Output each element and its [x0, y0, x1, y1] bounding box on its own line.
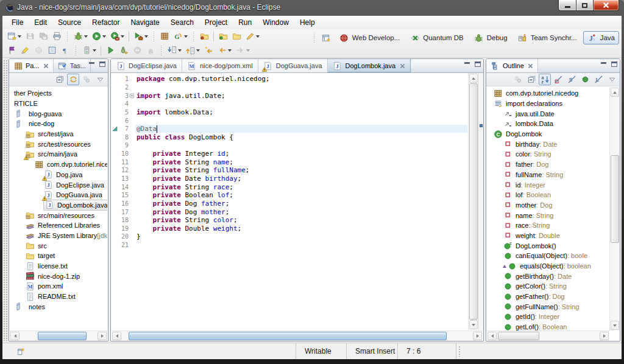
outline-item-getlof[interactable]: getLof() : Boolean — [487, 322, 609, 331]
close-tab-icon[interactable] — [43, 63, 49, 69]
tree-item-referenced-libraries[interactable]: Referenced Libraries — [10, 220, 107, 231]
outline-item-fullname[interactable]: fullName : String — [487, 170, 609, 180]
fast-view-button[interactable] — [16, 346, 26, 356]
show-whitespace-button[interactable]: ¶ — [58, 44, 72, 57]
scroll-right-icon[interactable] — [473, 332, 482, 340]
javadoc-button[interactable] — [243, 30, 261, 43]
menu-navigate[interactable]: Navigate — [125, 16, 165, 29]
minimize-view-button[interactable] — [463, 61, 471, 69]
code-text[interactable]: private Double weight; — [135, 225, 467, 233]
previous-annotation-button[interactable] — [183, 44, 202, 57]
open-perspective-button[interactable] — [320, 31, 333, 44]
outline-item-com-dvp-tutoriel-nicedog[interactable]: com.dvp.tutoriel.nicedog — [487, 88, 609, 99]
outline-item-equals-object[interactable]: equals(Object) : boolean — [487, 261, 609, 271]
code-line-7[interactable]: 7@Data — [112, 125, 467, 133]
code-line-17[interactable]: 17 private Dog mother; — [112, 208, 467, 216]
editor-hscrollbar[interactable] — [112, 331, 483, 341]
outline-item-id[interactable]: id : Integer — [487, 180, 609, 190]
tab-tas[interactable]: Tas... — [54, 59, 91, 72]
scroll-right-icon[interactable] — [98, 332, 107, 340]
link-with-editor-button[interactable] — [67, 74, 79, 85]
perspective-web-develop[interactable]: Web Develop... — [335, 31, 404, 44]
tree-item-dogeclipse-java[interactable]: JDogEclipse.java — [10, 180, 107, 190]
dropdown-arrow-icon[interactable] — [18, 35, 21, 38]
minimize-view-button[interactable] — [600, 61, 608, 69]
outline-item-java-util-date[interactable]: java.util.Date — [487, 108, 609, 119]
last-edit-location-button[interactable] — [202, 44, 215, 57]
code-text[interactable]: private Dog father; — [135, 200, 467, 208]
scrollbar-thumb[interactable] — [469, 83, 478, 320]
view-menu-button[interactable] — [94, 74, 106, 85]
close-button[interactable] — [594, 0, 619, 11]
editor-vscrollbar[interactable] — [468, 73, 478, 330]
scroll-up-icon[interactable] — [469, 74, 478, 83]
dropdown-arrow-icon[interactable] — [102, 35, 106, 38]
open-resource-button[interactable] — [230, 30, 243, 43]
code-line-12[interactable]: 12 private String fullName; — [112, 166, 467, 175]
perspective-java[interactable]: JJava — [583, 31, 619, 44]
code-line-11[interactable]: 11 private String name; — [112, 158, 467, 166]
dropdown-arrow-icon[interactable] — [184, 35, 188, 38]
dropdown-arrow-icon[interactable] — [84, 35, 88, 38]
code-line-5[interactable]: 5import lombok.Data; — [112, 108, 467, 117]
tree-item-blog-guava[interactable]: blog-guava — [10, 108, 107, 119]
code-text[interactable]: private String color; — [135, 216, 467, 224]
skip-breakpoints-button[interactable] — [130, 44, 144, 57]
hide-static-button[interactable]: S — [566, 74, 578, 85]
scroll-left-icon[interactable] — [488, 332, 497, 340]
editor-tab-dogguava-java[interactable]: JDogGuava.java — [258, 59, 328, 72]
code-text[interactable]: import java.util.Date; — [135, 92, 467, 100]
scroll-left-icon[interactable] — [112, 332, 121, 340]
outline-item-mother[interactable]: mother : Dog — [487, 200, 609, 211]
dropdown-arrow-icon[interactable] — [246, 49, 250, 52]
close-tab-icon[interactable] — [528, 63, 533, 69]
code-text[interactable]: import lombok.Data; — [135, 108, 467, 116]
scroll-down-icon[interactable] — [611, 321, 619, 330]
editor-tab-nice-dog-pom-xml[interactable]: Mnice-dog/pom.xml — [182, 59, 258, 72]
code-text[interactable]: private String fullName; — [135, 166, 467, 174]
outline-item-race[interactable]: race : String — [487, 220, 609, 231]
tab-outline[interactable]: Outline — [486, 59, 538, 72]
code-line-16[interactable]: 16 private Dog father; — [112, 200, 467, 208]
code-text[interactable]: private Integer id; — [135, 150, 467, 158]
maximize-view-button[interactable] — [610, 61, 618, 69]
scroll-down-icon[interactable] — [469, 320, 478, 329]
tree-item-rticle[interactable]: RTICLE — [10, 99, 107, 109]
close-tab-icon[interactable] — [400, 63, 405, 69]
scrollbar-thumb[interactable] — [38, 332, 87, 340]
code-text[interactable]: } — [135, 233, 467, 240]
run-history-button[interactable] — [108, 30, 126, 43]
outline-item-doglombok[interactable]: CDogLombok — [487, 129, 609, 139]
code-line-18[interactable]: 18 private String color; — [112, 216, 467, 225]
code-text[interactable]: private Dog mother; — [135, 208, 467, 216]
code-line-15[interactable]: 15 private Boolean lof; — [112, 191, 467, 200]
collapse-all-button[interactable] — [54, 74, 66, 85]
outline-hscrollbar[interactable] — [487, 331, 609, 341]
code-text[interactable]: private Boolean lof; — [135, 191, 467, 199]
tree-item-target[interactable]: target — [10, 251, 107, 261]
menu-run[interactable]: Run — [233, 16, 257, 29]
scrollbar-thumb[interactable] — [129, 332, 447, 340]
external-tools-button[interactable] — [132, 30, 150, 43]
menu-refactor[interactable]: Refactor — [87, 16, 125, 29]
code-line-9[interactable]: 9 — [112, 141, 467, 150]
mark-occurrences-button[interactable] — [18, 44, 32, 57]
dropdown-arrow-icon[interactable] — [93, 49, 96, 52]
import-button[interactable] — [197, 30, 211, 43]
hide-local-types-button[interactable]: L — [592, 74, 604, 85]
tree-item-dogguava-java[interactable]: JDogGuava.java — [10, 190, 107, 200]
perspective-quantum-db[interactable]: Quantum DB — [406, 31, 467, 44]
tree-item-doglombok-java[interactable]: JDogLombok.java — [10, 200, 107, 211]
sort-button[interactable]: az — [539, 74, 551, 85]
dropdown-arrow-icon[interactable] — [196, 49, 200, 52]
scroll-up-icon[interactable] — [611, 88, 619, 97]
outline-item-father[interactable]: father : Dog — [487, 159, 609, 170]
outline-item-birthday[interactable]: birthday : Date — [487, 139, 609, 149]
outline-vscrollbar[interactable] — [609, 87, 620, 331]
menu-window[interactable]: Window — [257, 16, 294, 29]
suspend-button[interactable] — [144, 44, 157, 57]
scroll-right-icon[interactable] — [600, 332, 609, 340]
run-button[interactable] — [90, 30, 108, 43]
editor-tab-doglombok-java[interactable]: JDogLombok.java — [328, 59, 411, 72]
dropdown-arrow-icon[interactable] — [178, 49, 182, 52]
